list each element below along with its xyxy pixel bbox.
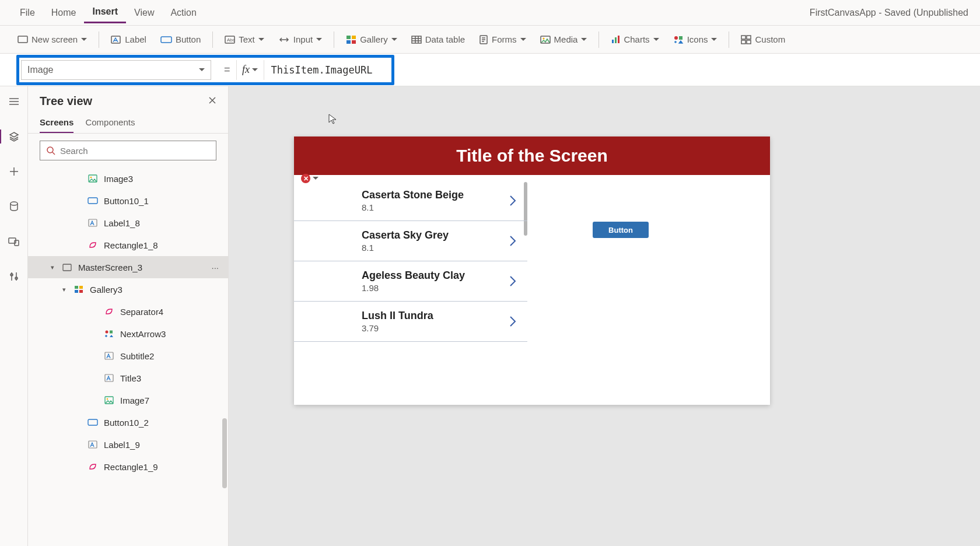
- insert-text-button[interactable]: Abc Text: [219, 31, 270, 48]
- insert-custom-button[interactable]: Custom: [735, 31, 791, 48]
- caret-down-icon[interactable]: ▾: [49, 264, 56, 271]
- gallery-item[interactable]: Ageless Beauty Clay1.98: [294, 261, 527, 302]
- sliders-icon: [9, 271, 19, 282]
- insert-gallery-button[interactable]: Gallery: [340, 31, 403, 48]
- data-rail-button[interactable]: [5, 197, 23, 216]
- tree-node[interactable]: ▾Title3: [28, 367, 228, 389]
- fx-button[interactable]: fx: [236, 60, 264, 80]
- menu-home[interactable]: Home: [43, 3, 85, 23]
- gallery-item[interactable]: Caserta Stone Beige8.1: [294, 181, 527, 221]
- app-title: FirstCanvasApp - Saved (Unpublished: [810, 8, 968, 18]
- tree-node[interactable]: ▾Label1_8: [28, 212, 228, 234]
- insert-input-label: Input: [293, 34, 313, 44]
- label-icon: [88, 218, 98, 228]
- tree-view-panel: Tree view Screens Components ▾Image3▾But…: [28, 86, 229, 546]
- insert-label-button[interactable]: Label: [105, 31, 152, 48]
- tree-search[interactable]: [40, 141, 216, 160]
- menu-action[interactable]: Action: [162, 3, 204, 23]
- tree-node[interactable]: ▾Gallery3: [28, 278, 228, 300]
- svg-rect-15: [618, 36, 620, 43]
- insert-datatable-button[interactable]: Data table: [405, 31, 471, 48]
- svg-rect-5: [346, 36, 351, 39]
- gallery-item[interactable]: Caserta Sky Grey8.1: [294, 221, 527, 261]
- chevron-right-icon[interactable]: [509, 194, 517, 207]
- canvas-area[interactable]: Title of the Screen ✕ Caserta Stone Beig…: [229, 86, 980, 546]
- gallery-item-title: Caserta Stone Beige: [362, 189, 517, 201]
- insert-charts-label: Charts: [624, 34, 649, 44]
- menu-insert[interactable]: Insert: [84, 2, 126, 23]
- ribbon-toolbar: New screen Label Button Abc Text Input G…: [0, 26, 980, 54]
- tree-node[interactable]: ▾Button10_2: [28, 411, 228, 433]
- canvas-button[interactable]: Button: [593, 222, 649, 238]
- label-icon: [111, 35, 121, 44]
- tree-node[interactable]: ▾Rectangle1_9: [28, 456, 228, 478]
- insert-icons-button[interactable]: Icons: [667, 31, 723, 48]
- shape-icon: [88, 240, 98, 250]
- tree-view-rail-button[interactable]: [5, 127, 23, 146]
- ribbon-divider: [99, 32, 99, 48]
- devices-icon: [8, 237, 20, 246]
- screen-title-bar[interactable]: Title of the Screen: [294, 136, 770, 175]
- insert-charts-button[interactable]: Charts: [605, 31, 664, 48]
- gallery-item[interactable]: Lush II Tundra3.79: [294, 302, 527, 342]
- svg-rect-14: [615, 37, 617, 43]
- tab-components[interactable]: Components: [85, 113, 135, 133]
- left-rail: [0, 86, 28, 546]
- media-icon: [540, 36, 551, 44]
- chevron-down-icon: [391, 38, 397, 41]
- tree-node[interactable]: ▾Rectangle1_8: [28, 234, 228, 256]
- caret-down-icon[interactable]: ▾: [61, 286, 68, 293]
- insert-rail-button[interactable]: [5, 162, 23, 181]
- tree-node[interactable]: ▾Image3: [28, 167, 228, 190]
- screen-icon: [62, 262, 72, 272]
- tree-node-list[interactable]: ▾Image3▾Button10_1▾Label1_8▾Rectangle1_8…: [28, 167, 228, 546]
- cursor-icon: [328, 113, 337, 125]
- tree-node[interactable]: ▾NextArrow3: [28, 323, 228, 345]
- gallery-item-subtitle: 8.1: [362, 243, 517, 253]
- insert-button-text: Button: [176, 34, 201, 44]
- gallery-item-title: Caserta Sky Grey: [362, 229, 517, 242]
- formula-input[interactable]: ThisItem.ImageURL: [264, 64, 380, 76]
- tab-screens[interactable]: Screens: [40, 113, 74, 133]
- insert-media-button[interactable]: Media: [534, 31, 593, 48]
- hamburger-button[interactable]: [5, 92, 23, 111]
- more-options-button[interactable]: ···: [211, 262, 219, 272]
- chevron-right-icon[interactable]: [509, 275, 517, 288]
- svg-rect-36: [79, 290, 83, 293]
- tree-node-label: Image3: [104, 174, 133, 184]
- tree-search-input[interactable]: [60, 146, 210, 156]
- insert-input-button[interactable]: Input: [272, 31, 328, 48]
- chevron-right-icon[interactable]: [509, 235, 517, 247]
- insert-forms-label: Forms: [492, 34, 517, 44]
- gallery-item-title: Ageless Beauty Clay: [362, 270, 517, 282]
- menu-file[interactable]: File: [12, 3, 43, 23]
- tree-node[interactable]: ▾Button10_1: [28, 190, 228, 212]
- menu-view[interactable]: View: [126, 3, 162, 23]
- tree-node[interactable]: ▾Separator4: [28, 300, 228, 323]
- insert-datatable-label: Data table: [425, 34, 465, 44]
- tools-rail-button[interactable]: [5, 267, 23, 286]
- canvas-gallery[interactable]: ✕ Caserta Stone Beige8.1Caserta Sky Grey…: [294, 175, 527, 405]
- tree-node[interactable]: ▾MasterScreen_3···: [28, 256, 228, 278]
- app-canvas[interactable]: Title of the Screen ✕ Caserta Stone Beig…: [294, 136, 770, 405]
- media-rail-button[interactable]: [5, 232, 23, 251]
- svg-rect-33: [75, 286, 78, 289]
- tree-node[interactable]: ▾Image7: [28, 389, 228, 411]
- insert-forms-button[interactable]: Forms: [473, 31, 532, 48]
- new-screen-button[interactable]: New screen: [12, 31, 93, 48]
- forms-icon: [479, 35, 488, 44]
- tree-node[interactable]: ▾Label1_9: [28, 433, 228, 456]
- new-screen-label: New screen: [32, 34, 78, 44]
- property-selector[interactable]: Image: [21, 60, 211, 80]
- tree-node[interactable]: ▾Subtitle2: [28, 345, 228, 367]
- chevron-down-icon: [313, 177, 318, 180]
- svg-rect-0: [18, 36, 27, 43]
- insert-media-label: Media: [554, 34, 578, 44]
- chevron-right-icon[interactable]: [509, 315, 517, 328]
- svg-rect-1: [111, 36, 120, 43]
- insert-button-button[interactable]: Button: [155, 31, 206, 48]
- tree-scrollbar-thumb[interactable]: [222, 418, 227, 488]
- svg-rect-7: [346, 40, 351, 44]
- close-panel-button[interactable]: [208, 95, 216, 107]
- tree-node-label: Rectangle1_9: [104, 462, 158, 472]
